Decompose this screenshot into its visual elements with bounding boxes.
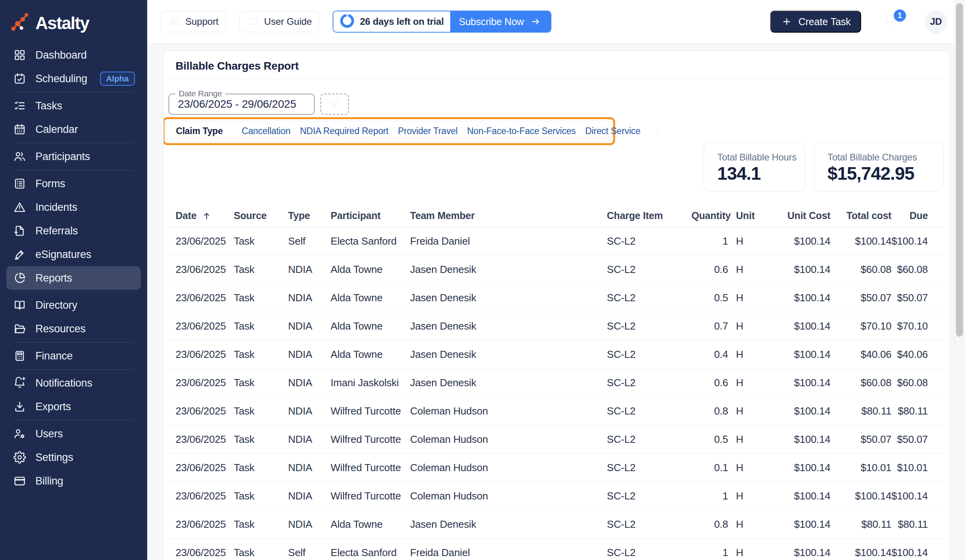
table-row[interactable]: 23/06/2025TaskNDIAWilfred TurcotteColema… xyxy=(164,426,950,454)
sidebar-item-billing[interactable]: Billing xyxy=(6,469,141,493)
sidebar-item-referrals[interactable]: Referrals xyxy=(6,219,141,243)
sidebar-nav: DashboardSchedulingAlphaTasksCalendarPar… xyxy=(0,43,147,493)
sidebar-item-label: Settings xyxy=(35,451,73,464)
filter-option-provider-travel[interactable]: Provider Travel xyxy=(398,126,458,136)
cell-due: $60.08 xyxy=(891,377,928,389)
cell-total-cost: $40.06 xyxy=(830,348,891,361)
cell-source: Task xyxy=(234,433,288,446)
column-header-charge-item[interactable]: Charge Item xyxy=(607,210,691,221)
sidebar-item-tasks[interactable]: Tasks xyxy=(6,94,141,118)
referrals-icon xyxy=(13,225,26,237)
resources-icon xyxy=(13,322,26,335)
column-header-participant[interactable]: Participant xyxy=(331,210,410,221)
user-guide-button[interactable]: User Guide xyxy=(239,11,319,32)
sidebar-item-esignatures[interactable]: eSignatures xyxy=(6,243,141,266)
tasks-icon xyxy=(13,99,26,112)
column-header-due[interactable]: Due xyxy=(891,210,928,221)
sidebar-item-finance[interactable]: Finance xyxy=(6,344,141,368)
cell-quantity: 0.8 xyxy=(691,405,728,417)
cell-due: $70.10 xyxy=(891,320,928,332)
filter-option-cancellation[interactable]: Cancellation xyxy=(242,126,290,136)
cell-due: $60.08 xyxy=(891,263,928,276)
scrollbar-thumb[interactable] xyxy=(956,3,963,337)
cell-total-cost: $80.11 xyxy=(830,518,891,531)
sidebar-item-reports[interactable]: Reports xyxy=(6,266,141,290)
cell-unit-cost: $100.14 xyxy=(771,377,830,389)
sidebar-item-forms[interactable]: Forms xyxy=(6,172,141,195)
column-header-quantity[interactable]: Quantity xyxy=(691,210,728,221)
sidebar-item-dashboard[interactable]: Dashboard xyxy=(6,43,141,67)
sidebar-item-users[interactable]: Users xyxy=(6,422,141,446)
table-row[interactable]: 23/06/2025TaskNDIAAlda TowneJasen Denesi… xyxy=(164,256,950,284)
subscribe-now-button[interactable]: Subscribe Now xyxy=(450,11,551,32)
table-row[interactable]: 23/06/2025TaskNDIAWilfred TurcotteColema… xyxy=(164,397,950,426)
table-row[interactable]: 23/06/2025TaskNDIAImani JaskolskiJasen D… xyxy=(164,369,950,397)
app-logo-text: Astalty xyxy=(35,13,89,33)
cell-unit: H xyxy=(728,518,771,531)
cell-quantity: 0.1 xyxy=(691,462,728,474)
sidebar-item-label: Referrals xyxy=(35,225,78,237)
user-avatar[interactable]: JD xyxy=(925,11,947,33)
sidebar-item-participants[interactable]: Participants xyxy=(6,145,141,168)
filter-option-direct-service[interactable]: Direct Service xyxy=(585,126,640,136)
table-row[interactable]: 23/06/2025TaskSelfElecta SanfordFreida D… xyxy=(164,539,950,560)
notifications-bell-button[interactable]: 1 xyxy=(884,12,901,31)
table-row[interactable]: 23/06/2025TaskNDIAAlda TowneJasen Denesi… xyxy=(164,341,950,369)
column-header-source[interactable]: Source xyxy=(234,210,288,221)
close-icon xyxy=(652,125,665,138)
cell-source: Task xyxy=(234,377,288,389)
table-row[interactable]: 23/06/2025TaskNDIAWilfred TurcotteColema… xyxy=(164,454,950,482)
column-header-type[interactable]: Type xyxy=(288,210,331,221)
cell-total-cost: $100.14 xyxy=(830,235,891,247)
sidebar-item-label: Reports xyxy=(35,272,72,284)
app-logo[interactable]: Astalty xyxy=(0,0,147,43)
scheduling-icon xyxy=(13,72,26,85)
support-button[interactable]: Support xyxy=(161,11,226,32)
filter-button[interactable] xyxy=(320,94,349,115)
cell-charge-item: SC-L2 xyxy=(607,320,691,332)
sidebar-item-label: Scheduling xyxy=(35,73,87,85)
plus-icon xyxy=(780,15,793,28)
sidebar-item-scheduling[interactable]: SchedulingAlpha xyxy=(6,67,141,90)
sidebar-item-exports[interactable]: Exports xyxy=(6,395,141,418)
table-row[interactable]: 23/06/2025TaskSelfElecta SanfordFreida D… xyxy=(164,227,950,256)
date-range-input[interactable]: Date Range 23/06/2025 - 29/06/2025 xyxy=(168,94,315,115)
sidebar-item-settings[interactable]: Settings xyxy=(6,446,141,469)
charges-table: DateSourceTypeParticipantTeam MemberChar… xyxy=(164,204,950,560)
sidebar-item-label: Forms xyxy=(35,178,65,190)
sidebar-divider xyxy=(14,420,133,420)
column-header-unit-cost[interactable]: Unit Cost xyxy=(771,210,830,221)
sidebar-item-resources[interactable]: Resources xyxy=(6,317,141,341)
table-row[interactable]: 23/06/2025TaskNDIAAlda TowneJasen Denesi… xyxy=(164,510,950,539)
table-row[interactable]: 23/06/2025TaskNDIAAlda TowneJasen Denesi… xyxy=(164,284,950,312)
cell-quantity: 0.6 xyxy=(691,263,728,276)
create-task-button[interactable]: Create Task xyxy=(770,11,861,33)
cell-charge-item: SC-L2 xyxy=(607,348,691,361)
cell-quantity: 1 xyxy=(691,547,728,559)
sidebar-item-calendar[interactable]: Calendar xyxy=(6,118,141,141)
sidebar-item-label: Dashboard xyxy=(35,49,87,61)
cell-unit-cost: $100.14 xyxy=(771,320,830,332)
reports-icon xyxy=(13,272,26,284)
book-open-icon xyxy=(247,15,259,28)
clear-filter-button[interactable] xyxy=(652,125,665,138)
column-header-unit[interactable]: Unit xyxy=(728,210,771,221)
column-header-total-cost[interactable]: Total cost xyxy=(830,210,891,221)
sidebar-item-directory[interactable]: Directory xyxy=(6,293,141,317)
filter-option-ndia-required-report[interactable]: NDIA Required Report xyxy=(300,126,388,136)
cell-type: Self xyxy=(288,235,331,247)
table-row[interactable]: 23/06/2025TaskNDIAWilfred TurcotteColema… xyxy=(164,482,950,510)
cell-source: Task xyxy=(234,518,288,531)
cell-type: NDIA xyxy=(288,263,331,276)
calendar-icon xyxy=(13,123,26,136)
filter-option-non-face-to-face-services[interactable]: Non-Face-to-Face Services xyxy=(467,126,576,136)
column-header-team-member[interactable]: Team Member xyxy=(410,210,607,221)
sidebar-item-incidents[interactable]: Incidents xyxy=(6,195,141,219)
incidents-icon xyxy=(13,201,26,214)
sidebar: Astalty DashboardSchedulingAlphaTasksCal… xyxy=(0,0,147,560)
notification-count-badge: 1 xyxy=(894,9,906,22)
sidebar-item-notifications[interactable]: Notifications xyxy=(6,371,141,395)
column-header-date[interactable]: Date xyxy=(176,210,234,222)
table-row[interactable]: 23/06/2025TaskNDIAAlda TowneJasen Denesi… xyxy=(164,312,950,341)
total-billable-charges-value: $15,742.95 xyxy=(828,163,930,184)
